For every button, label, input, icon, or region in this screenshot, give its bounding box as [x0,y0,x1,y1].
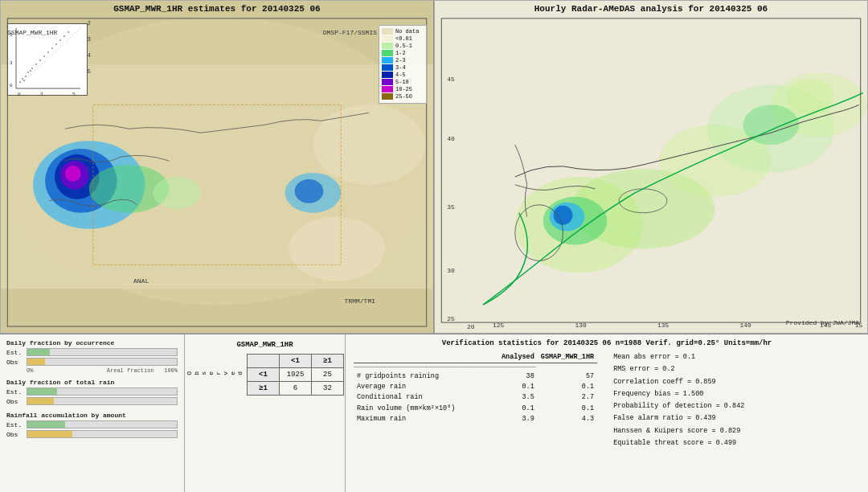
bar-obs-1: Obs [6,358,178,366]
bar-track-est-3 [27,420,178,428]
stats-header-row: Analysed GSMAP_MWR_1HR [354,351,597,363]
stats-label-2: Average rain [354,382,498,392]
svg-point-14 [51,47,53,49]
chart3-title: Rainfall accumulation by amount [6,412,178,419]
stats-row-5: Maximum rain 3.9 4.3 [354,414,597,424]
contingency-table: <1 ≥1 <1 1925 25 ≥1 [247,354,344,396]
stats-val2-1: 57 [538,371,597,382]
contingency-cell-22: 32 [312,382,344,396]
svg-point-16 [59,39,61,41]
map1-anal-label: ANAL [133,277,149,285]
svg-point-18 [68,31,69,33]
legend-4-5-label: 4-5 [395,72,406,78]
svg-point-38 [289,217,385,281]
map1-dmsp-label: DMSP-F17/SSMIS [323,29,377,36]
est-label-2: Est. [6,388,27,396]
legend-4-5-color [382,72,393,78]
legend-3-4-label: 3-4 [395,64,406,71]
svg-point-10 [30,70,31,72]
stats-row-1: # gridpoints raining 38 57 [354,371,597,382]
obs-label-3: Obs [6,431,27,438]
contingency-row-ge1: ≥1 6 32 [248,382,344,396]
stats-table: Analysed GSMAP_MWR_1HR ─────────────────… [354,351,597,424]
stats-content: Analysed GSMAP_MWR_1HR ─────────────────… [354,351,860,449]
stats-val1-5: 3.9 [498,414,538,424]
obs-label-1: Obs [6,359,27,366]
main-container: GSMAP_MWR_1HR estimates for 20140325 06 … [0,0,868,492]
svg-point-57 [787,80,835,115]
svg-point-13 [47,51,49,53]
est-label-3: Est. [6,421,27,428]
stats-row-2: Average rain 0.1 0.1 [354,382,597,392]
map1-panel: GSMAP_MWR_1HR estimates for 20140325 06 … [0,0,434,334]
svg-point-35 [153,177,201,209]
legend-5-10-color [382,79,393,85]
stats-val1-1: 38 [498,371,538,382]
svg-point-7 [23,80,25,81]
svg-line-2 [16,28,80,88]
stat-freq-bias: Frequency bias = 1.500 [613,388,774,400]
stats-divider: ────────────────────────────────────────… [354,363,597,371]
bar-fill-obs-3 [27,431,72,437]
est-label-1: Est. [6,349,27,356]
svg-point-8 [31,68,33,69]
legend-nodata: No data [382,28,424,35]
svg-point-6 [27,72,29,73]
top-row: GSMAP_MWR_1HR estimates for 20140325 06 … [0,0,868,334]
legend-2-3-label: 2-3 [395,57,406,64]
stats-row-0: ────────────────────────────────────────… [354,363,597,371]
stats-row-3: Conditional rain 3.5 2.7 [354,392,597,403]
stats-val1-4: 0.1 [498,403,538,414]
stat-false-alarm-ratio: False alarm ratio = 0.439 [613,412,774,424]
contingency-panel: GSMAP_MWR_1HR Observed <1 ≥1 [185,334,346,492]
right-stats: Mean abs error = 0.1 RMS error = 0.2 Cor… [613,351,774,449]
stats-col-empty [354,351,498,363]
bar-fill-obs-2 [27,398,54,404]
contingency-lt1-header: <1 [280,355,312,368]
legend-nodata-color [382,28,393,35]
contingency-cell-21: 6 [280,382,312,396]
bar-est-3: Est. [6,420,178,428]
stats-label-3: Conditional rain [354,392,498,403]
bar-track-obs-3 [27,430,178,438]
legend-1-2-color [382,50,393,56]
legend-05-1-label: 0.5-1 [395,43,412,49]
legend-5-10: 5-10 [382,79,424,85]
svg-text:3: 3 [40,92,43,96]
legend-lt001: <0.01 [382,35,424,42]
bar-charts-panel: Daily fraction by occurrence Est. Obs 0%… [0,334,185,492]
bar-track-est-1 [27,348,178,356]
bar-track-est-2 [27,387,178,396]
svg-point-12 [43,55,45,57]
contingency-cell-12: 25 [312,368,344,382]
legend-25-50: 25-50 [382,93,424,100]
contingency-row-label-lt1: <1 [248,368,280,382]
chart2-title: Daily fraction of total rain [6,379,178,386]
stats-title: Verification statistics for 20140325 06 … [354,339,860,347]
map2-title: Hourly Radar-AMeDAS analysis for 2014032… [435,4,867,14]
bar-fill-est-1 [27,349,50,355]
svg-text:5: 5 [72,92,76,96]
svg-point-15 [55,43,57,45]
stats-val2-2: 0.1 [538,382,597,392]
stats-label-4: Rain volume (mm×km²×10⁶) [354,403,498,414]
legend-2-3: 2-3 [382,57,424,64]
svg-point-55 [554,206,573,225]
stats-col-gsmap: GSMAP_MWR_1HR [538,351,597,363]
legend-1-2: 1-2 [382,50,424,56]
legend-05-1-color [382,43,393,49]
stats-col-analysed: Analysed [498,351,538,363]
bar-obs-3: Obs [6,430,178,438]
legend-4-5: 4-5 [382,72,424,78]
stats-val2-3: 2.7 [538,392,597,403]
contingency-ge1-header: ≥1 [312,355,344,368]
bottom-row: Daily fraction by occurrence Est. Obs 0%… [0,334,868,492]
legend: No data <0.01 0.5-1 1-2 2-3 [379,25,427,104]
bar-track-obs-2 [27,397,178,405]
svg-point-11 [39,59,41,61]
legend-05-1: 0.5-1 [382,43,424,49]
map2-panel: Hourly Radar-AMeDAS analysis for 2014032… [434,0,868,334]
svg-text:25: 25 [447,315,455,322]
bar-axis-1: 0% Areal fraction 100% [6,367,178,374]
bar-fill-est-3 [27,421,65,428]
